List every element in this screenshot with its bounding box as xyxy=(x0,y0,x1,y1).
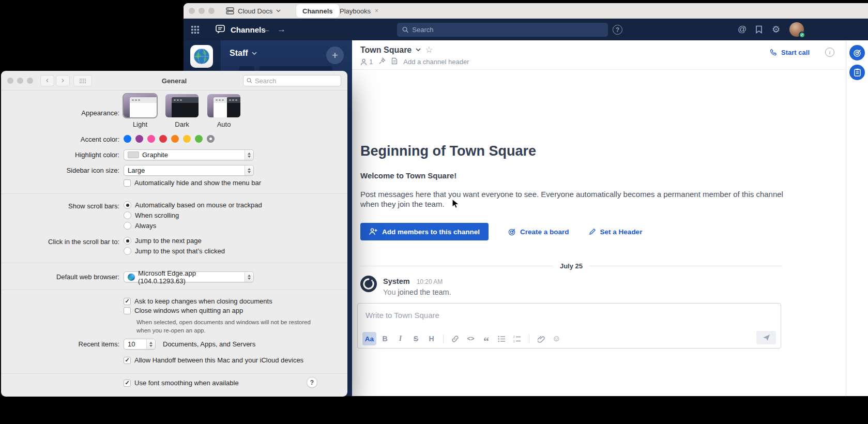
ask-keep-changes-label: Ask to keep changes when closing documen… xyxy=(134,297,272,305)
accent-color-purple[interactable] xyxy=(135,135,143,143)
radio-unselected[interactable] xyxy=(124,247,131,255)
default-browser-select[interactable]: Microsoft Edge.app (104.0.1293.63) xyxy=(124,271,254,282)
tab-label: Channels xyxy=(302,7,333,15)
zoom-window-button[interactable] xyxy=(27,78,33,84)
close-window-button[interactable] xyxy=(7,78,13,84)
minimize-window-button[interactable] xyxy=(17,78,23,84)
accent-color-orange[interactable] xyxy=(171,135,179,143)
zoom-window-button[interactable] xyxy=(208,8,215,14)
link-button[interactable] xyxy=(448,332,462,345)
show-formatting-button[interactable]: Aa xyxy=(362,332,376,345)
accent-color-graphite[interactable] xyxy=(207,135,215,143)
code-button[interactable]: <> xyxy=(464,332,478,345)
help-button[interactable]: ? xyxy=(307,377,317,388)
team-menu[interactable]: Staff xyxy=(230,49,257,58)
add-members-button[interactable]: Add members to this channel xyxy=(360,223,489,240)
start-call-button[interactable]: Start call xyxy=(770,49,810,56)
checkbox-checked[interactable] xyxy=(124,380,131,387)
select-stepper-icon xyxy=(146,339,155,349)
boards-app-icon[interactable] xyxy=(849,45,865,60)
close-tab-icon[interactable]: × xyxy=(375,7,378,14)
app-grid-icon[interactable] xyxy=(191,19,200,40)
members-button[interactable]: 1 xyxy=(360,58,373,66)
bulleted-list-button[interactable] xyxy=(495,332,509,345)
close-windows-checkbox[interactable]: Close windows when quitting an app xyxy=(124,307,243,314)
pinned-posts-button[interactable] xyxy=(378,57,386,66)
search-input[interactable] xyxy=(255,77,338,85)
playbooks-app-icon[interactable] xyxy=(849,65,865,80)
help-icon[interactable]: ? xyxy=(613,25,622,35)
message-area: Beginning of Town Square Welcome to Town… xyxy=(352,70,846,396)
team-avatar[interactable] xyxy=(190,45,213,68)
tab-playbooks[interactable]: Playbooks × xyxy=(333,4,385,18)
radio-selected[interactable] xyxy=(124,201,131,209)
scrollbar-click-spot[interactable]: Jump to the spot that’s clicked xyxy=(124,247,225,255)
forward-button[interactable]: › xyxy=(56,75,70,86)
search-input[interactable] xyxy=(412,26,603,34)
product-switcher[interactable]: Channels xyxy=(216,19,266,40)
recent-items-select[interactable]: 10 xyxy=(124,339,156,350)
numbered-list-button[interactable]: 1 2 xyxy=(510,332,524,345)
message-author[interactable]: System xyxy=(383,277,410,285)
checkbox-unchecked[interactable] xyxy=(124,307,131,314)
send-message-button[interactable] xyxy=(756,331,776,344)
add-members-label: Add members to this channel xyxy=(382,228,480,236)
add-channels-button[interactable]: + xyxy=(326,47,344,64)
preferences-search[interactable] xyxy=(243,75,341,86)
scrollbars-option-always[interactable]: Always xyxy=(124,222,262,230)
italic-button[interactable]: I xyxy=(393,332,407,345)
accent-color-blue[interactable] xyxy=(124,135,131,143)
checkbox-unchecked[interactable] xyxy=(124,179,131,187)
minimize-window-button[interactable] xyxy=(199,8,205,14)
strikethrough-button[interactable]: S xyxy=(409,332,423,345)
hide-menubar-checkbox[interactable]: Automatically hide and show the menu bar xyxy=(124,179,261,187)
quote-button[interactable]: “ xyxy=(479,332,493,345)
bold-button[interactable]: B xyxy=(378,332,392,345)
accent-color-pink[interactable] xyxy=(147,135,155,143)
history-back-icon[interactable]: ← xyxy=(262,19,271,40)
global-search[interactable] xyxy=(397,23,608,37)
tab-channels[interactable]: Channels xyxy=(296,4,339,18)
checkbox-checked[interactable] xyxy=(124,357,131,364)
history-forward-icon[interactable]: → xyxy=(277,19,286,40)
appearance-option-dark[interactable] xyxy=(165,94,199,117)
accent-color-green[interactable] xyxy=(195,135,203,143)
ask-keep-changes-checkbox[interactable]: Ask to keep changes when closing documen… xyxy=(124,297,272,305)
accent-color-yellow[interactable] xyxy=(183,135,191,143)
close-window-button[interactable] xyxy=(189,8,195,14)
appearance-option-auto[interactable] xyxy=(207,94,240,117)
message-composer[interactable]: Write to Town Square Aa B I S H xyxy=(357,303,781,349)
font-smoothing-checkbox[interactable]: Use font smoothing when available xyxy=(124,379,239,387)
radio-unselected[interactable] xyxy=(124,211,131,219)
radio-selected[interactable] xyxy=(124,237,131,245)
highlight-color-select[interactable]: Graphite xyxy=(124,149,254,160)
user-avatar[interactable]: ✓ xyxy=(789,22,804,37)
scrollbars-option-auto[interactable]: Automatically based on mouse or trackpad xyxy=(124,201,262,209)
back-button[interactable]: ‹ xyxy=(40,75,54,86)
channel-files-button[interactable] xyxy=(391,57,398,66)
saved-posts-bookmark-icon[interactable] xyxy=(755,19,763,40)
create-board-button[interactable]: Create a board xyxy=(508,228,569,236)
server-selector[interactable]: Cloud Docs xyxy=(226,3,281,19)
radio-unselected[interactable] xyxy=(124,222,131,230)
accent-color-red[interactable] xyxy=(159,135,167,143)
date-label[interactable]: July 25 xyxy=(553,262,589,270)
heading-button[interactable]: H xyxy=(424,332,438,345)
appearance-option-light[interactable] xyxy=(124,94,157,117)
settings-gear-icon[interactable]: ⚙ xyxy=(772,19,780,40)
emoji-button[interactable]: ☺ xyxy=(550,332,564,345)
checkbox-checked[interactable] xyxy=(124,298,131,305)
sidebar-icon-size-select[interactable]: Large xyxy=(124,165,254,176)
scrollbar-click-next-page[interactable]: Jump to the next page xyxy=(124,237,225,245)
channel-title-menu[interactable]: Town Square ☆ xyxy=(360,44,433,55)
scrollbars-option-when-scrolling[interactable]: When scrolling xyxy=(124,211,262,219)
handoff-checkbox[interactable]: Allow Handoff between this Mac and your … xyxy=(124,356,303,364)
channel-info-icon[interactable]: i xyxy=(825,48,834,57)
attachment-button[interactable] xyxy=(534,332,548,345)
show-all-grid-icon[interactable] xyxy=(73,75,92,86)
add-channel-header-button[interactable]: Add a channel header xyxy=(403,58,469,66)
favorite-star-icon[interactable]: ☆ xyxy=(425,44,433,55)
mentions-at-icon[interactable]: @ xyxy=(738,19,747,40)
date-divider: July 25 xyxy=(360,262,782,270)
set-header-button[interactable]: Set a Header xyxy=(589,228,643,236)
